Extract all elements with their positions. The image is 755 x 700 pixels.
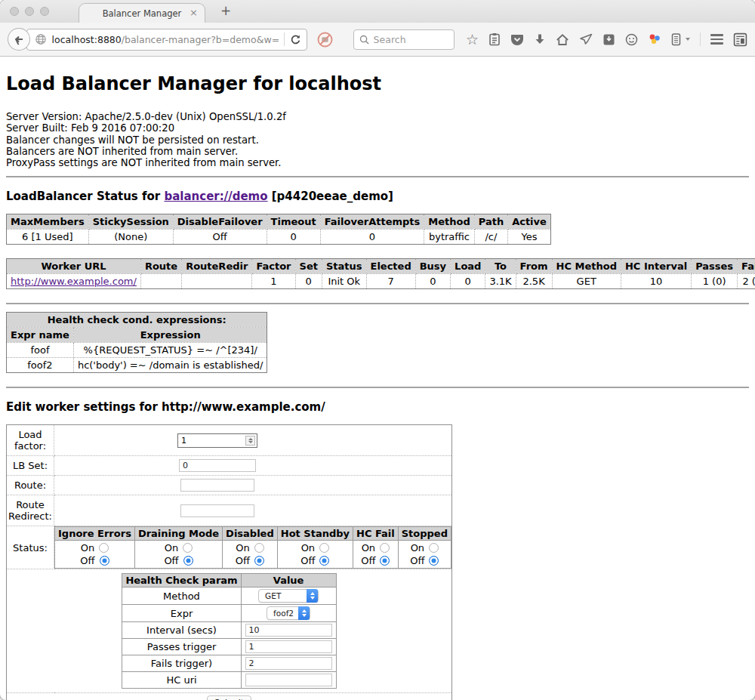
url-text[interactable]: localhost:8880/balancer-manager?b=demo&w… — [52, 34, 279, 45]
balancer-link[interactable]: balancer://demo — [164, 190, 267, 203]
hc-passes-input[interactable] — [245, 640, 332, 653]
hc-passes-label: Passes trigger — [122, 639, 241, 655]
tab-close-icon[interactable]: × — [190, 7, 198, 19]
load-factor-stepper[interactable] — [177, 433, 257, 448]
stopped-off-radio[interactable] — [429, 556, 439, 566]
content-blocked-icon[interactable] — [316, 31, 334, 48]
cell-worker-url: http://www.example.com/ — [7, 274, 141, 289]
extension-download-icon[interactable] — [602, 33, 615, 46]
ignore-errors-off-radio[interactable] — [100, 556, 109, 566]
reload-icon[interactable] — [290, 34, 301, 45]
bookmark-star-icon[interactable]: ☆ — [466, 32, 479, 47]
divider — [6, 176, 749, 177]
page-title: Load Balancer Manager for localhost — [6, 57, 749, 94]
status-label: Status: — [7, 526, 54, 569]
window-minimize-button[interactable] — [25, 7, 34, 16]
column-header: Passes — [692, 259, 738, 274]
url-bar[interactable]: localhost:8880/balancer-manager?b=demo&w… — [26, 29, 307, 51]
cell-route — [140, 274, 181, 289]
status-column-header: HC Fail — [353, 527, 399, 541]
disabled-on-radio[interactable] — [254, 543, 264, 553]
column-header: HC Interval — [621, 259, 691, 274]
feedback-smiley-icon[interactable] — [625, 33, 638, 46]
radio-off-label: Off — [164, 555, 178, 566]
hc-fail-on-radio[interactable] — [380, 543, 390, 553]
cell-to: 3.1K — [485, 274, 516, 289]
worker-url-link[interactable]: http://www.example.com/ — [11, 276, 137, 287]
menu-icon[interactable] — [710, 34, 723, 45]
pocket-icon[interactable] — [510, 33, 524, 46]
window-close-button[interactable] — [10, 7, 19, 16]
lb-set-input[interactable] — [179, 459, 256, 472]
column-header: Worker URL — [7, 259, 141, 274]
status-cell-draining-mode: On Off — [134, 541, 222, 569]
cell-path: /c/ — [474, 230, 507, 245]
hc-interval-input[interactable] — [245, 624, 332, 637]
route-redirect-input[interactable] — [180, 504, 254, 517]
table-row: 6 [1 Used] (None) Off 0 0 bytraffic /c/ … — [7, 230, 551, 245]
url-path: /balancer-manager?b=demo&w=http://www.ex… — [122, 34, 279, 45]
draining-mode-on-radio[interactable] — [183, 543, 193, 553]
downloads-icon[interactable] — [534, 33, 546, 45]
hc-expr-select[interactable]: foof2 — [267, 606, 310, 620]
home-icon[interactable] — [556, 33, 569, 46]
column-header: Load — [451, 259, 485, 274]
proxypass-note-line: ProxyPass settings are NOT inherited fro… — [6, 157, 749, 168]
hc-expr-label: Expr — [122, 605, 241, 622]
reading-list-icon[interactable] — [488, 32, 501, 46]
radio-off-label: Off — [361, 555, 375, 566]
hc-method-selected-value: GET — [265, 591, 302, 600]
disabled-off-radio[interactable] — [254, 556, 264, 566]
radio-off-label: Off — [410, 555, 424, 566]
submit-button[interactable]: Submit — [207, 695, 251, 700]
column-header: Factor — [252, 259, 295, 274]
ignore-errors-on-radio[interactable] — [99, 543, 109, 553]
status-table: Ignore Errors Draining Mode Disabled Hot… — [54, 526, 451, 569]
window-zoom-button[interactable] — [40, 7, 49, 16]
hc-uri-input[interactable] — [245, 674, 332, 686]
send-tab-icon[interactable] — [579, 33, 593, 45]
hc-method-select[interactable]: GET — [258, 589, 319, 603]
news-grid-icon[interactable] — [733, 32, 747, 47]
browser-tab[interactable]: Balancer Manager × — [79, 3, 205, 23]
form-row-route: Route: — [7, 476, 452, 495]
lb-set-label: LB Set: — [7, 456, 54, 476]
column-header: Status — [322, 259, 366, 274]
search-box[interactable] — [353, 29, 455, 50]
cell-expr-name: foof2 — [7, 358, 74, 373]
radio-off-label: Off — [80, 555, 94, 566]
number-spinner-icon[interactable] — [245, 436, 255, 446]
health-check-table: Health Check param Value Method GET Expr — [122, 573, 336, 689]
hc-fails-input[interactable] — [245, 657, 332, 670]
cell-from: 2.5K — [516, 274, 552, 289]
status-column-header: Stopped — [398, 527, 451, 541]
divider — [6, 303, 749, 304]
new-tab-button[interactable]: + — [220, 3, 231, 18]
column-header: Elected — [366, 259, 415, 274]
load-factor-label: Load factor: — [7, 425, 54, 456]
route-input[interactable] — [180, 479, 254, 492]
hc-param-header: Health Check param — [122, 574, 241, 587]
route-redirect-label: Route Redirect: — [7, 495, 54, 526]
hc-fail-off-radio[interactable] — [380, 556, 390, 566]
stopped-on-radio[interactable] — [429, 543, 439, 553]
panel-list-icon[interactable] — [671, 32, 681, 46]
column-header: Timeout — [267, 214, 320, 230]
search-input[interactable] — [374, 34, 442, 45]
site-identity-globe-icon[interactable] — [35, 33, 47, 45]
form-row-route-redirect: Route Redirect: — [7, 495, 452, 526]
cell-busy: 0 — [415, 274, 450, 289]
back-button[interactable] — [8, 28, 30, 51]
table-row: foof %{REQUEST_STATUS} =~ /^[234]/ — [7, 343, 267, 358]
column-header: HC Method — [552, 259, 621, 274]
persist-note-line: Balancer changes will NOT be persisted o… — [6, 134, 749, 146]
panel-dropdown-caret-icon[interactable] — [686, 38, 690, 41]
radio-on-label: On — [165, 542, 178, 554]
hc-value-header: Value — [241, 574, 336, 587]
colored-dots-icon[interactable] — [648, 33, 661, 45]
load-factor-input[interactable] — [178, 436, 245, 446]
hot-standby-on-radio[interactable] — [319, 543, 329, 553]
hot-standby-off-radio[interactable] — [319, 556, 329, 566]
status-cell-hc-fail: On Off — [353, 541, 399, 569]
draining-mode-off-radio[interactable] — [183, 556, 193, 566]
